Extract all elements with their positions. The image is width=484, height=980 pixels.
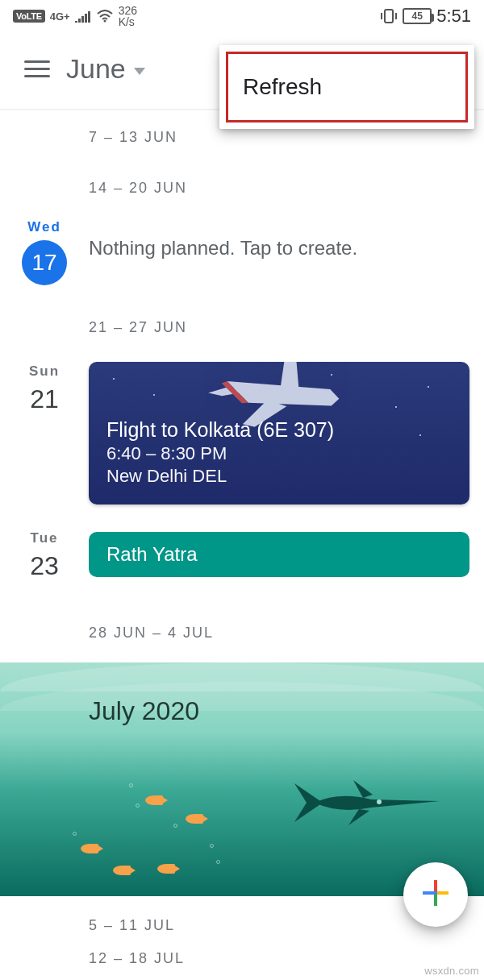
- vibrate-icon: [380, 8, 398, 24]
- today-dow: Wed: [0, 219, 89, 235]
- week-header: 12 – 18 Jul: [0, 944, 484, 974]
- svg-rect-1: [385, 10, 393, 23]
- refresh-menu-item[interactable]: Refresh: [226, 52, 468, 122]
- day-row: Tue 23 Rath Yatra: [0, 529, 484, 581]
- svg-rect-4: [434, 895, 437, 906]
- svg-rect-7: [434, 891, 437, 895]
- svg-point-0: [103, 20, 106, 23]
- clock: 5:51: [436, 6, 471, 27]
- network-rate: 326 K/s: [119, 5, 137, 27]
- network-gen-label: 4G+: [50, 10, 70, 23]
- today-date-circle[interactable]: 17: [22, 240, 67, 285]
- flight-origin: New Delhi DEL: [106, 466, 452, 487]
- refresh-label: Refresh: [243, 74, 322, 100]
- network-rate-unit: K/s: [119, 16, 137, 27]
- signal-icon: [75, 10, 91, 23]
- network-rate-value: 326: [119, 5, 137, 16]
- month-banner-title: July 2020: [89, 696, 199, 726]
- day-dow: Sun: [0, 363, 89, 380]
- svg-point-2: [377, 799, 382, 804]
- day-row: Sun 21: [0, 359, 484, 505]
- overflow-menu: Refresh: [219, 45, 474, 129]
- status-bar: VoLTE 4G+ 326 K/s 45 5:51: [0, 0, 484, 32]
- menu-button[interactable]: [24, 60, 50, 77]
- flight-time: 6:40 – 8:30 PM: [106, 443, 452, 464]
- week-header: 14 – 20 Jun: [0, 168, 484, 219]
- schedule-list[interactable]: 7 – 13 Jun 14 – 20 Jun Wed 17 Nothing pl…: [0, 110, 484, 974]
- plus-icon: [419, 877, 452, 912]
- today-day-number: 17: [31, 250, 56, 276]
- week-header: 21 – 27 Jun: [0, 308, 484, 359]
- event-flight-card[interactable]: Flight to Kolkata (6E 307) 6:40 – 8:30 P…: [89, 362, 469, 505]
- create-event-fab[interactable]: [403, 862, 468, 927]
- swordfish-icon: [282, 775, 444, 835]
- wifi-icon: [96, 10, 114, 23]
- week-range: 14 – 20 Jun: [89, 168, 469, 219]
- day-number: 21: [0, 384, 89, 414]
- week-range: 21 – 27 Jun: [89, 308, 469, 359]
- battery-indicator: 45: [403, 8, 432, 24]
- empty-day-prompt[interactable]: Nothing planned. Tap to create.: [89, 219, 469, 260]
- svg-rect-3: [434, 880, 437, 891]
- svg-rect-6: [437, 891, 449, 895]
- month-banner-july: July 2020: [0, 662, 484, 896]
- day-number: 23: [0, 551, 89, 581]
- volte-badge: VoLTE: [13, 10, 45, 23]
- week-range: 28 Jun – 4 Jul: [89, 613, 469, 648]
- month-label: June: [66, 53, 126, 85]
- month-dropdown[interactable]: June: [66, 53, 145, 85]
- today-row[interactable]: Wed 17 Nothing planned. Tap to create.: [0, 219, 484, 285]
- svg-rect-5: [423, 891, 434, 895]
- chevron-down-icon: [134, 68, 145, 75]
- week-range: 12 – 18 Jul: [89, 944, 469, 974]
- week-header: 28 Jun – 4 Jul: [0, 613, 484, 648]
- battery-percent: 45: [411, 10, 422, 22]
- holiday-label: Rath Yatra: [106, 543, 198, 566]
- day-dow: Tue: [0, 530, 89, 546]
- watermark: wsxdn.com: [424, 965, 479, 977]
- event-holiday[interactable]: Rath Yatra: [89, 532, 469, 577]
